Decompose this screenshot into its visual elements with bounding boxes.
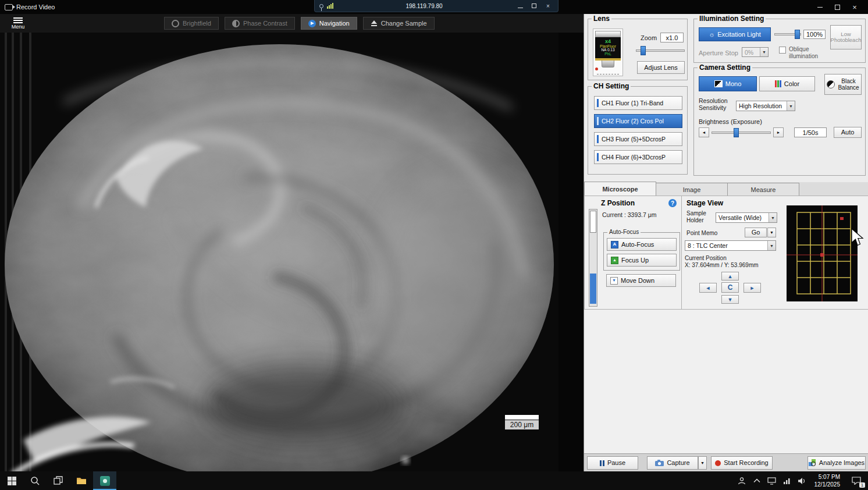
main-toolbar: Menu Brightfield Phase Contrast Navigati… xyxy=(0,14,584,33)
application-window: Record Video × 198.119.79.80 × Menu Brig… xyxy=(0,0,868,490)
stage-map[interactable] xyxy=(787,205,858,301)
current-position-value: X: 37.604mm / Y: 53.969mm xyxy=(685,262,759,269)
remote-minimize-icon[interactable] xyxy=(515,3,525,9)
phase-contrast-icon xyxy=(232,20,240,27)
window-title: Record Video xyxy=(16,3,55,10)
capture-button[interactable]: Capture xyxy=(647,456,698,470)
zoom-slider[interactable] xyxy=(636,46,685,55)
microscope-live-image[interactable]: 200 μm xyxy=(0,33,584,471)
action-center-button[interactable]: 1 xyxy=(845,471,868,490)
stage-down-button[interactable]: ▼ xyxy=(721,295,739,304)
hidden-icons-button[interactable] xyxy=(749,471,764,490)
zoom-slider-thumb[interactable] xyxy=(641,46,646,55)
stage-map-drawing xyxy=(787,205,858,301)
go-dropdown-button[interactable]: ▼ xyxy=(767,228,776,237)
exposure-increase-button[interactable]: ► xyxy=(773,127,784,137)
navigation-button[interactable]: Navigation xyxy=(301,17,357,30)
analyze-images-button[interactable]: Analyze Images xyxy=(807,456,866,470)
taskbar-time: 5:07 PM xyxy=(814,473,841,481)
auto-focus-group: Auto-Focus A Auto-Focus ▲ Focus Up xyxy=(603,232,680,271)
right-arrow-icon: ► xyxy=(777,130,781,135)
start-button[interactable] xyxy=(0,471,23,490)
tab-image[interactable]: Image xyxy=(656,183,728,196)
phase-contrast-button[interactable]: Phase Contrast xyxy=(225,17,295,30)
capture-dropdown-button[interactable]: ▼ xyxy=(698,456,707,470)
taskbar-clock[interactable]: 5:07 PM 12/1/2025 xyxy=(810,473,845,488)
low-photobleach-button[interactable]: Low Photobleach xyxy=(830,25,862,49)
lens-group: Lens x4 PlanFluor NA 0.13 PhL Zoom xyxy=(588,19,688,80)
intensity-slider-thumb[interactable] xyxy=(795,30,800,39)
exposure-auto-button[interactable]: Auto xyxy=(834,127,862,138)
start-recording-button[interactable]: Start Recording xyxy=(711,456,773,470)
task-view-button[interactable] xyxy=(47,471,70,490)
network-tray-icon[interactable] xyxy=(780,471,795,490)
stage-center-button[interactable]: C xyxy=(721,282,739,293)
remote-restore-icon[interactable] xyxy=(529,3,539,9)
window-close-button[interactable]: × xyxy=(846,0,863,14)
brightness-label: Brightness (Exposure) xyxy=(699,118,762,126)
down-arrow-icon: ▼ xyxy=(728,297,733,303)
resolution-select[interactable]: High Resolution ▼ xyxy=(736,101,795,111)
color-button[interactable]: Color xyxy=(759,76,815,91)
stage-up-button[interactable]: ▲ xyxy=(721,272,739,280)
ch2-button[interactable]: CH2 Fluor (2) Cros Pol xyxy=(594,114,682,128)
focus-up-button[interactable]: ▲ Focus Up xyxy=(607,254,677,267)
display-tray-icon[interactable] xyxy=(764,471,780,490)
stage-right-button[interactable]: ► xyxy=(744,283,761,293)
objective-led-dot xyxy=(595,68,598,70)
mono-button[interactable]: Mono xyxy=(699,76,757,91)
network-bars-icon xyxy=(783,477,791,484)
change-sample-button[interactable]: Change Sample xyxy=(363,17,435,30)
folder-icon xyxy=(76,477,87,485)
file-explorer-button[interactable] xyxy=(70,471,93,490)
move-down-button[interactable]: ▼ Move Down xyxy=(606,274,676,287)
window-maximize-button[interactable] xyxy=(828,0,846,14)
windows-taskbar: 5:07 PM 12/1/2025 1 xyxy=(0,471,868,490)
point-memo-select[interactable]: 8 : TLC Center ▼ xyxy=(685,240,776,251)
menu-button[interactable]: Menu xyxy=(0,14,36,33)
sample-holder-select[interactable]: Versatile (Wide) ▼ xyxy=(716,212,777,223)
specimen-image xyxy=(0,33,584,471)
checkbox-box xyxy=(779,47,786,54)
microscope-app-button[interactable] xyxy=(93,471,116,490)
scale-bar: 200 μm xyxy=(505,415,539,429)
ch3-button[interactable]: CH3 Fluor (5)+5DcrosP xyxy=(594,132,682,146)
stage-left-button[interactable]: ◄ xyxy=(699,283,717,293)
control-panel: Lens x4 PlanFluor NA 0.13 PhL Zoom xyxy=(584,14,868,471)
excitation-light-button[interactable]: ☼ Excitation Light xyxy=(699,27,771,41)
ch4-button[interactable]: CH4 Fluor (6)+3DcrosP xyxy=(594,150,682,164)
rgb-icon xyxy=(775,80,781,87)
search-button[interactable] xyxy=(23,471,47,490)
lens-group-title: Lens xyxy=(592,15,611,23)
pin-icon[interactable] xyxy=(319,4,323,8)
window-minimize-button[interactable] xyxy=(811,0,828,14)
tab-measure[interactable]: Measure xyxy=(727,183,799,196)
panel-tabs: Microscope Image Measure xyxy=(584,182,868,196)
auto-focus-button[interactable]: A Auto-Focus xyxy=(607,238,677,251)
tab-microscope[interactable]: Microscope xyxy=(584,182,656,196)
adjust-lens-button[interactable]: Adjust Lens xyxy=(637,61,685,74)
brightfield-button[interactable]: Brightfield xyxy=(164,17,219,30)
objective-drawing: x4 PlanFluor NA 0.13 PhL xyxy=(595,31,621,68)
volume-tray-icon[interactable] xyxy=(795,471,810,490)
exposure-slider-thumb[interactable] xyxy=(734,128,739,137)
black-balance-button[interactable]: Black Balance xyxy=(824,74,862,95)
oblique-illumination-checkbox[interactable]: Oblique illumination xyxy=(779,46,825,59)
left-arrow-icon: ◄ xyxy=(702,130,706,135)
monitor-icon xyxy=(767,477,776,485)
exposure-slider[interactable] xyxy=(712,127,771,137)
ch-accent xyxy=(597,135,599,143)
z-slider-thumb[interactable] xyxy=(590,211,596,233)
excitation-light-icon: ☼ xyxy=(709,31,714,38)
help-icon[interactable]: ? xyxy=(668,199,677,207)
exposure-decrease-button[interactable]: ◄ xyxy=(699,127,709,137)
objective-lens-icon[interactable]: x4 PlanFluor NA 0.13 PhL xyxy=(593,29,623,76)
pause-button[interactable]: Pause xyxy=(587,456,638,470)
intensity-slider[interactable] xyxy=(774,30,801,39)
aperture-stop-select[interactable]: 0% ▼ xyxy=(742,47,769,57)
user-tray-icon[interactable] xyxy=(734,471,749,490)
remote-close-icon[interactable]: × xyxy=(543,3,553,9)
ch1-button[interactable]: CH1 Fluor (1) Tri-Band xyxy=(594,96,682,110)
go-button[interactable]: Go xyxy=(745,228,767,237)
z-slider[interactable] xyxy=(589,209,597,307)
